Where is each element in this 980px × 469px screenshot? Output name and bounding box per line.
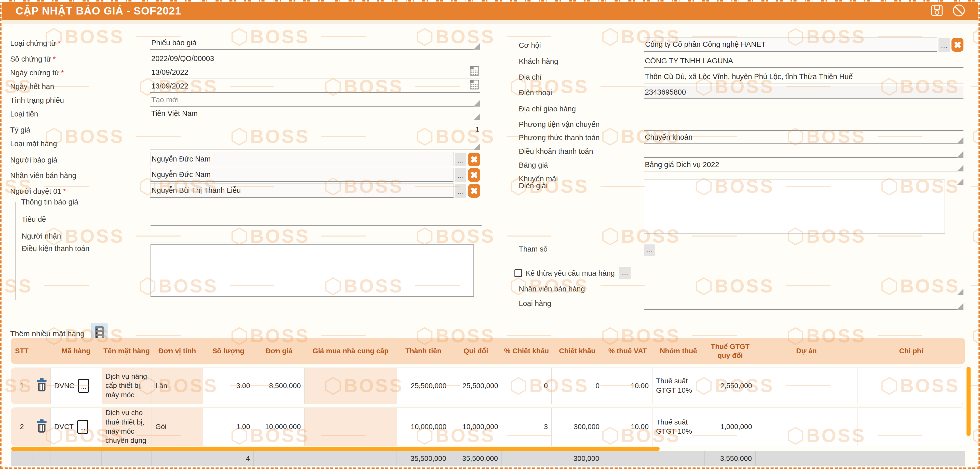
col-header-delete bbox=[33, 338, 51, 364]
cell-converted: 25,500,000 bbox=[450, 368, 502, 404]
payment-conditions-textarea[interactable] bbox=[151, 244, 474, 297]
lookup-more-button[interactable]: ... bbox=[455, 168, 466, 182]
cell-project[interactable] bbox=[756, 408, 858, 446]
items-table: STT Mã hàng Tên mặt hàng Đơn vị tính Số … bbox=[11, 338, 965, 446]
cell-cost[interactable] bbox=[858, 408, 965, 446]
cell-vat-pct[interactable]: 10.00 bbox=[603, 408, 652, 446]
clear-button[interactable] bbox=[468, 153, 480, 166]
status-select[interactable]: Tạo mới bbox=[150, 93, 480, 106]
quoter-lookup-input[interactable]: Nguyễn Đức Nam bbox=[150, 152, 453, 166]
delivery-address-input[interactable] bbox=[644, 102, 963, 115]
cell-item-name[interactable]: Dịch vụ nâng cấp thiết bị, máy móc bbox=[102, 368, 152, 404]
lookup-more-button[interactable]: ... bbox=[455, 184, 466, 198]
cell-discount-pct[interactable]: 0 bbox=[502, 368, 552, 404]
doc-date-input[interactable]: 13/09/2022 bbox=[150, 66, 480, 79]
field-label: Địa chỉ bbox=[519, 73, 644, 83]
cell-vat-converted: 2,550,000 bbox=[705, 368, 756, 404]
doc-type-select[interactable]: Phiếu báo giá bbox=[150, 36, 480, 49]
cell-unit[interactable]: Gói bbox=[152, 408, 203, 446]
doc-number-input[interactable]: 2022/09/QO/00003 bbox=[150, 52, 480, 65]
cell-cost[interactable] bbox=[858, 368, 965, 404]
field-value: Phiếu báo giá bbox=[150, 39, 197, 47]
sales-staff-2-select[interactable] bbox=[644, 282, 963, 295]
opportunity-lookup-input[interactable]: Công ty Cổ phần Công nghệ HANET bbox=[644, 37, 937, 52]
dropdown-fold-icon bbox=[473, 114, 480, 120]
vertical-scrollbar[interactable] bbox=[967, 367, 970, 436]
field-value: Tiền Việt Nam bbox=[150, 109, 199, 118]
description-textarea[interactable] bbox=[644, 179, 945, 233]
checkbox-label: Kế thừa yêu cầu mua hàng bbox=[526, 269, 615, 277]
lookup-more-button[interactable]: ... bbox=[939, 38, 950, 52]
lookup-more-button[interactable]: ... bbox=[455, 153, 466, 166]
cell-discount-pct[interactable]: 3 bbox=[502, 408, 552, 446]
field-label: Nhân viên bán hàng bbox=[10, 171, 150, 182]
approver-lookup-input[interactable]: Nguyễn Bùi Thị Thanh Liễu bbox=[150, 183, 453, 198]
exchange-rate-input[interactable]: 1 bbox=[150, 123, 480, 136]
delete-row-button[interactable] bbox=[33, 418, 51, 435]
save-button[interactable] bbox=[930, 4, 943, 17]
item-code-more-button[interactable]: ... bbox=[78, 379, 89, 393]
cell-item-code[interactable]: DVCT bbox=[54, 423, 73, 431]
cell-item-code[interactable]: DVNC bbox=[54, 382, 74, 390]
currency-select[interactable]: Tiền Việt Nam bbox=[150, 107, 480, 120]
phone-input[interactable]: 2343695800 bbox=[644, 86, 963, 99]
calendar-icon[interactable] bbox=[469, 65, 480, 77]
horizontal-scrollbar[interactable] bbox=[11, 447, 660, 451]
address-input[interactable]: Thôn Cù Dù, xã Lộc Vĩnh, huyện Phú Lộc, … bbox=[644, 70, 963, 83]
cell-item-name[interactable]: Dịch vụ cho thuê thiết bị, máy móc chuyê… bbox=[102, 408, 152, 446]
price-list-select[interactable]: Bảng giá Dịch vụ 2022 bbox=[644, 158, 963, 171]
col-header-supplier-price: Giá mua nhà cung cấp bbox=[304, 338, 397, 364]
cell-unit[interactable]: Lần bbox=[152, 368, 203, 404]
payment-terms-select[interactable] bbox=[644, 144, 963, 158]
cell-discount[interactable]: 300,000 bbox=[552, 408, 603, 446]
inherit-more-button[interactable]: ... bbox=[619, 267, 631, 279]
total-vat-converted: 3,550,000 bbox=[705, 451, 756, 466]
parameters-more-button[interactable]: ... bbox=[644, 244, 655, 256]
sales-staff-lookup-input[interactable]: Nguyễn Đức Nam bbox=[150, 168, 453, 182]
field-row-goods-type: Loại hàng bbox=[519, 296, 963, 310]
cell-supplier-price[interactable] bbox=[305, 368, 397, 404]
dropdown-fold-icon bbox=[957, 303, 963, 310]
item-type-select[interactable] bbox=[150, 137, 480, 150]
dropdown-fold-icon bbox=[473, 143, 480, 150]
cancel-button[interactable] bbox=[952, 4, 966, 17]
dropdown-fold-icon bbox=[957, 137, 963, 144]
delete-row-button[interactable] bbox=[33, 377, 51, 394]
item-code-more-button[interactable]: ... bbox=[77, 420, 88, 434]
field-value: CÔNG TY TNHH LAGUNA bbox=[644, 57, 734, 65]
cell-project[interactable] bbox=[756, 368, 858, 404]
col-header-unit-price: Đơn giá bbox=[254, 338, 304, 364]
field-label: Điện thoại bbox=[519, 89, 644, 99]
inherit-checkbox[interactable] bbox=[514, 269, 522, 277]
customer-input[interactable]: CÔNG TY TNHH LAGUNA bbox=[644, 54, 963, 68]
cell-supplier-price[interactable] bbox=[305, 408, 397, 446]
quote-title-input[interactable] bbox=[151, 212, 482, 226]
field-label: Số chứng từ bbox=[10, 55, 51, 63]
ban-icon bbox=[952, 3, 966, 19]
cell-discount[interactable]: 0 bbox=[552, 368, 603, 404]
clear-button[interactable] bbox=[951, 38, 963, 52]
cell-tax-group[interactable]: Thuế suất GTGT 10% bbox=[652, 408, 705, 446]
expiry-date-input[interactable]: 13/09/2022 bbox=[150, 79, 480, 93]
field-row-recipient: Người nhận bbox=[22, 228, 482, 242]
payment-method-select[interactable]: Chuyển khoản bbox=[644, 131, 963, 144]
clear-button[interactable] bbox=[468, 168, 480, 182]
calendar-icon[interactable] bbox=[469, 79, 480, 91]
cell-tax-group[interactable]: Thuế suất GTGT 10% bbox=[652, 368, 705, 404]
table-row: 1 DVNC ... Dịc bbox=[11, 368, 965, 404]
cell-unit-price[interactable]: 8,500,000 bbox=[254, 368, 305, 404]
recipient-input[interactable] bbox=[151, 229, 482, 242]
col-header-converted: Qui đổi bbox=[450, 338, 502, 364]
goods-type-select[interactable] bbox=[644, 296, 963, 310]
cell-quantity[interactable]: 1.00 bbox=[203, 408, 254, 446]
cell-quantity[interactable]: 3.00 bbox=[203, 368, 254, 404]
field-value: Chuyển khoản bbox=[644, 133, 694, 141]
total-discount: 300,000 bbox=[551, 451, 603, 466]
field-label: Người báo giá bbox=[10, 156, 150, 166]
col-header-item-name: Tên mặt hàng bbox=[102, 338, 151, 364]
transport-input[interactable] bbox=[644, 117, 963, 131]
cell-unit-price[interactable]: 10,000,000 bbox=[254, 408, 305, 446]
clear-button[interactable] bbox=[468, 184, 480, 198]
cell-vat-pct[interactable]: 10.00 bbox=[603, 368, 652, 404]
field-row-sales-staff: Nhân viên bán hàng Nguyễn Đức Nam ... bbox=[10, 168, 480, 182]
